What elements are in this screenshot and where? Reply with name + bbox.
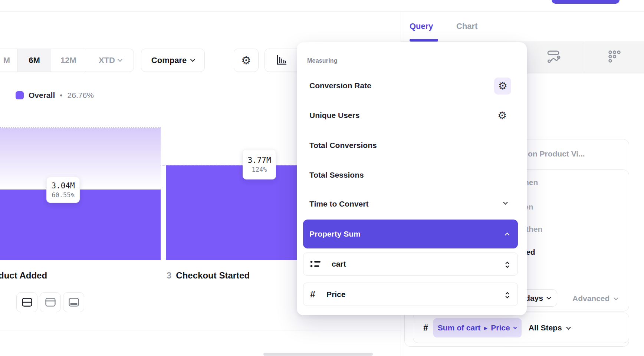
layout-split-horizontal-button[interactable] xyxy=(16,292,37,312)
legend-overall-rate: 26.76% xyxy=(68,91,94,100)
gear-icon: ⚙ xyxy=(498,81,507,91)
time-range-12m[interactable]: 12M xyxy=(51,49,86,72)
chevron-down-icon xyxy=(503,200,508,205)
time-range-m[interactable]: M xyxy=(0,49,17,72)
select-stepper-icon xyxy=(506,291,509,298)
time-range-xtd[interactable]: XTD xyxy=(86,49,134,72)
measuring-dropdown: Measuring Conversion Rate ⚙ Unique Users… xyxy=(297,42,527,315)
chevron-down-icon xyxy=(190,57,195,62)
compare-label: Compare xyxy=(151,56,187,65)
property-sum-label: Property Sum xyxy=(309,230,361,238)
value-label: 3.04M xyxy=(51,181,75,190)
chip-left: Sum of cart xyxy=(438,323,481,332)
chart-legend[interactable]: Overall • 26.76% xyxy=(16,91,94,100)
flow-view-button[interactable] xyxy=(547,50,561,66)
active-tab-underline xyxy=(410,39,438,42)
arrow-right-icon: ▸ xyxy=(484,324,487,332)
time-range-xtd-label: XTD xyxy=(99,56,115,65)
menu-item-time-to-convert[interactable]: Time to Convert xyxy=(309,200,368,208)
funnel-step-label-2: 3Checkout Started xyxy=(167,270,250,281)
chevron-down-icon xyxy=(513,325,517,329)
select-stepper-icon xyxy=(506,261,509,267)
dropdown-section-label: Measuring xyxy=(307,57,338,64)
event-property-value: cart xyxy=(332,260,346,268)
chevron-down-icon xyxy=(118,57,122,62)
query-card-title-fragment: on Product Vi... xyxy=(528,149,585,158)
all-steps-label: All Steps xyxy=(529,323,562,332)
flow-stream-icon xyxy=(547,50,561,65)
dots-grid-icon xyxy=(608,50,622,65)
menu-item-unique-users[interactable]: Unique Users xyxy=(309,111,359,120)
tab-query[interactable]: Query xyxy=(410,22,433,31)
menu-item-property-sum-selected[interactable]: Property Sum xyxy=(303,220,518,248)
legend-separator: • xyxy=(60,91,62,100)
chevron-down-icon xyxy=(614,296,619,300)
legend-series-name: Overall xyxy=(29,91,55,100)
toolbar-band-divider xyxy=(584,42,584,73)
header-divider xyxy=(0,11,644,12)
value-label: 3.77M xyxy=(247,156,271,165)
measurement-row: # Sum of cart ▸ Price All Steps xyxy=(413,313,629,343)
menu-item-total-sessions[interactable]: Total Sessions xyxy=(309,171,364,179)
chevron-up-icon xyxy=(505,233,510,237)
split-rows-icon xyxy=(22,298,32,307)
primary-action-button[interactable] xyxy=(552,0,620,4)
step-name: Checkout Started xyxy=(176,270,250,280)
menu-item-conversion-rate[interactable]: Conversion Rate xyxy=(309,81,371,90)
sum-of-cart-price-chip[interactable]: Sum of cart ▸ Price xyxy=(433,318,522,337)
time-range-segmented-control: M 6M 12M XTD xyxy=(0,49,134,72)
number-type-icon: # xyxy=(310,289,321,300)
chevron-down-icon xyxy=(546,295,551,300)
breakdown-view-button[interactable] xyxy=(608,50,622,66)
step-number: 3 xyxy=(167,270,171,280)
bottom-panel-icon xyxy=(69,298,79,307)
chip-right: Price xyxy=(491,323,510,332)
days-label: days xyxy=(525,294,543,303)
advanced-button[interactable]: Advanced xyxy=(572,294,618,303)
gear-icon: ⚙ xyxy=(241,55,251,66)
app-root: M 6M 12M XTD Compare ⚙ Overall • 26.76% xyxy=(0,0,644,356)
numeric-property-value: Price xyxy=(326,290,345,299)
funnel-bar-1[interactable] xyxy=(0,189,161,260)
list-icon xyxy=(310,260,321,268)
bar-chart-icon xyxy=(276,55,287,66)
compare-button[interactable]: Compare xyxy=(141,49,205,72)
chart-settings-button[interactable]: ⚙ xyxy=(234,49,259,72)
funnel-step-label-1: duct Added xyxy=(0,270,47,281)
layout-top-panel-button[interactable] xyxy=(40,292,61,312)
numeric-property-select[interactable]: # Price xyxy=(303,283,518,306)
advanced-label: Advanced xyxy=(572,294,610,303)
all-steps-selector[interactable]: All Steps xyxy=(529,323,570,332)
conversion-label: 60.55% xyxy=(52,191,74,199)
conversion-label: 124% xyxy=(252,166,267,173)
unique-users-settings-gear-icon[interactable]: ⚙ xyxy=(497,111,507,121)
time-range-6m[interactable]: 6M xyxy=(17,49,51,72)
event-property-select[interactable]: cart xyxy=(303,253,518,276)
step-text-fragment: then xyxy=(526,225,542,234)
chevron-down-icon xyxy=(566,325,571,330)
horizontal-scrollbar[interactable] xyxy=(263,353,373,356)
tab-chart[interactable]: Chart xyxy=(456,22,477,31)
funnel-value-card-2: 3.77M 124% xyxy=(243,149,276,179)
top-panel-icon xyxy=(45,298,56,307)
number-type-icon: # xyxy=(423,323,428,333)
menu-item-total-conversions[interactable]: Total Conversions xyxy=(309,141,377,150)
legend-swatch xyxy=(16,91,24,99)
layout-bottom-panel-button[interactable] xyxy=(63,292,84,312)
funnel-value-card-1: 3.04M 60.55% xyxy=(46,177,80,203)
funnel-bar-2[interactable] xyxy=(166,165,300,260)
layout-toggle-group xyxy=(16,292,84,312)
chart-bottom-divider xyxy=(0,330,401,330)
funnel-bar-1-upper-segment[interactable] xyxy=(0,127,161,189)
conversion-rate-settings-button[interactable]: ⚙ xyxy=(494,78,511,95)
